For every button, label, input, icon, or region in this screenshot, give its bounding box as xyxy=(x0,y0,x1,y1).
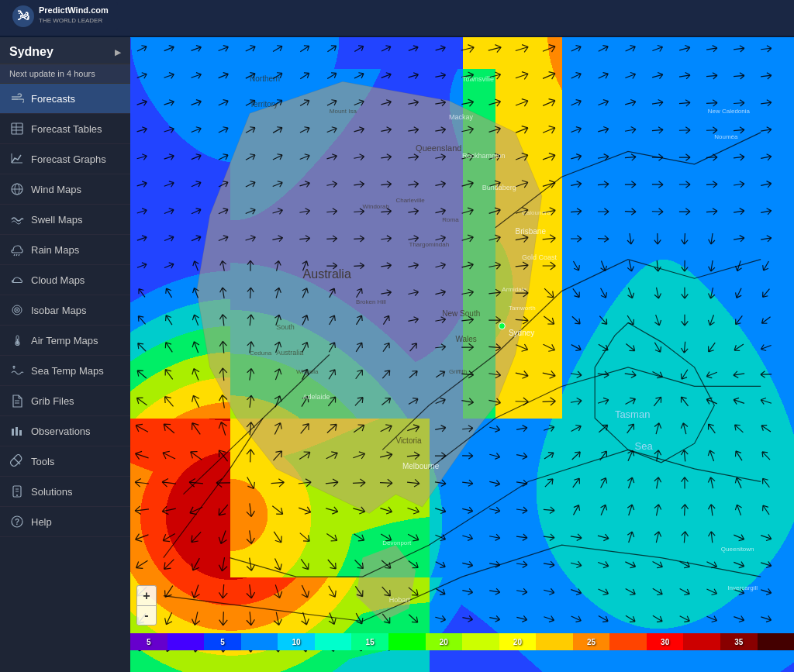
svg-point-33 xyxy=(16,495,18,496)
globe-icon xyxy=(9,181,25,197)
table-icon xyxy=(9,121,25,136)
wind-map-canvas xyxy=(130,37,794,672)
sidebar-item-forecasts[interactable]: Forecasts xyxy=(0,84,130,114)
scale-segment-6: 15 xyxy=(351,633,388,650)
svg-text:PredictWind.com: PredictWind.com xyxy=(39,5,109,15)
sidebar-item-label-tools: Tools xyxy=(31,456,54,467)
location-name[interactable]: Sydney xyxy=(9,45,121,59)
sidebar-item-label-sea-temp-maps: Sea Temp Maps xyxy=(31,365,104,377)
svg-rect-5 xyxy=(12,123,22,134)
scale-segment-17 xyxy=(758,633,794,650)
zoom-out-button[interactable]: - xyxy=(136,605,157,625)
scale-segment-0: 5 xyxy=(130,633,167,650)
sidebar: Sydney Next update in 4 hours Forecasts … xyxy=(0,37,130,672)
sidebar-item-rain-maps[interactable]: Rain Maps xyxy=(0,235,130,265)
color-scale-bar: 5510152020253035 xyxy=(130,633,794,650)
sidebar-item-tools[interactable]: Tools xyxy=(0,446,130,477)
scale-segment-11 xyxy=(536,633,573,650)
sidebar-item-air-temp-maps[interactable]: Air Temp Maps xyxy=(0,326,130,356)
svg-rect-26 xyxy=(12,429,14,436)
sidebar-item-help[interactable]: ? Help xyxy=(0,507,130,537)
sidebar-item-label-forecast-tables: Forecast Tables xyxy=(31,123,102,135)
scale-segment-12: 25 xyxy=(573,633,610,650)
svg-rect-28 xyxy=(19,430,22,436)
scale-segment-16: 35 xyxy=(720,633,758,650)
sea-temp-icon xyxy=(9,363,25,378)
sidebar-item-grib-files[interactable]: Grib Files xyxy=(0,386,130,416)
sidebar-item-label-isobar-maps: Isobar Maps xyxy=(31,305,87,316)
scale-segment-14: 30 xyxy=(647,633,684,650)
svg-text:🌬: 🌬 xyxy=(17,9,29,22)
zoom-in-button[interactable]: + xyxy=(136,585,157,605)
sidebar-item-solutions[interactable]: Solutions xyxy=(0,477,130,507)
sidebar-item-forecast-graphs[interactable]: Forecast Graphs xyxy=(0,144,130,174)
sidebar-item-wind-maps[interactable]: Wind Maps xyxy=(0,174,130,205)
solutions-icon xyxy=(9,484,25,499)
scale-segment-10: 20 xyxy=(499,633,537,650)
sidebar-item-label-solutions: Solutions xyxy=(31,486,72,498)
app-header: 🌬 PredictWind.com THE WORLD LEADER xyxy=(0,0,794,37)
zoom-controls: + - xyxy=(136,585,157,625)
scale-segment-1 xyxy=(167,633,205,650)
svg-rect-27 xyxy=(16,427,18,436)
tools-icon xyxy=(9,453,25,469)
scale-segment-13 xyxy=(609,633,647,650)
main-layout: Sydney Next update in 4 hours Forecasts … xyxy=(0,37,794,672)
svg-line-29 xyxy=(14,458,20,464)
sidebar-item-label-cloud-maps: Cloud Maps xyxy=(31,274,85,286)
next-update-label: Next update in 4 hours xyxy=(0,64,130,84)
sidebar-item-label-grib-files: Grib Files xyxy=(31,395,74,407)
scale-segment-15 xyxy=(683,633,720,650)
svg-line-16 xyxy=(19,254,19,256)
sidebar-item-label-swell-maps: Swell Maps xyxy=(31,214,82,226)
sidebar-item-isobar-maps[interactable]: Isobar Maps xyxy=(0,295,130,326)
wind-icon xyxy=(9,91,25,106)
sidebar-item-label-forecasts: Forecasts xyxy=(31,93,75,105)
scale-segment-3 xyxy=(241,633,278,650)
svg-point-23 xyxy=(16,343,19,345)
svg-point-19 xyxy=(16,309,18,311)
svg-text:?: ? xyxy=(15,518,19,526)
cloud-icon xyxy=(9,272,25,288)
nav-list: Forecasts Forecast Tables Forecast Graph… xyxy=(0,84,130,537)
sidebar-item-observations[interactable]: Observations xyxy=(0,416,130,446)
scale-segment-5 xyxy=(315,633,352,650)
sidebar-item-swell-maps[interactable]: Swell Maps xyxy=(0,205,130,235)
scale-segment-7 xyxy=(388,633,426,650)
logo: 🌬 PredictWind.com THE WORLD LEADER xyxy=(9,2,118,33)
swell-icon xyxy=(9,212,25,227)
observations-icon xyxy=(9,423,25,439)
sidebar-item-forecast-tables[interactable]: Forecast Tables xyxy=(0,114,130,144)
scale-segment-2: 5 xyxy=(204,633,241,650)
svg-text:THE WORLD LEADER: THE WORLD LEADER xyxy=(39,17,102,24)
sidebar-item-label-air-temp-maps: Air Temp Maps xyxy=(31,335,98,346)
sidebar-item-label-wind-maps: Wind Maps xyxy=(31,184,81,195)
sidebar-item-label-observations: Observations xyxy=(31,426,91,437)
sidebar-item-label-rain-maps: Rain Maps xyxy=(31,244,79,256)
file-icon xyxy=(9,393,25,408)
map-area[interactable]: + - 5510152020253035 xyxy=(130,37,794,672)
scale-segment-9 xyxy=(462,633,499,650)
svg-line-15 xyxy=(16,254,17,256)
help-icon: ? xyxy=(9,514,25,529)
scale-segment-4: 10 xyxy=(278,633,315,650)
thermometer-icon xyxy=(9,333,25,348)
isobar-icon xyxy=(9,302,25,318)
svg-line-14 xyxy=(14,254,15,256)
graph-icon xyxy=(9,151,25,167)
scale-segment-8: 20 xyxy=(426,633,463,650)
location-header[interactable]: Sydney xyxy=(0,37,130,64)
sidebar-item-sea-temp-maps[interactable]: Sea Temp Maps xyxy=(0,356,130,386)
sidebar-item-cloud-maps[interactable]: Cloud Maps xyxy=(0,265,130,295)
sidebar-item-label-help: Help xyxy=(31,516,52,528)
rain-icon xyxy=(9,242,25,257)
sidebar-item-label-forecast-graphs: Forecast Graphs xyxy=(31,153,106,165)
